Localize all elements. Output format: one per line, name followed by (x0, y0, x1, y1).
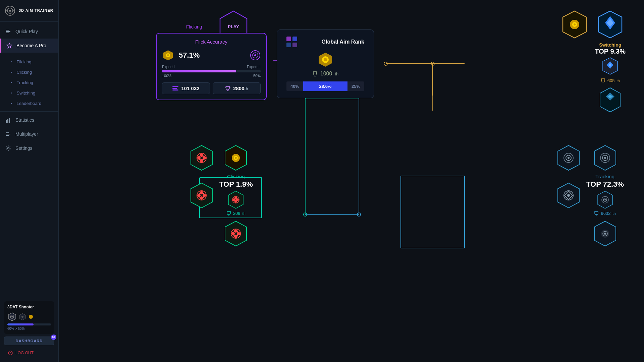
flicking-card: Flick Accuracy 57.1% Expert I Expert II … (156, 33, 267, 100)
flick-stats-row: 57.1% (162, 49, 261, 61)
become-pro-icon (6, 43, 12, 49)
svg-point-128 (604, 233, 606, 235)
clicking-label: Clicking (17, 70, 32, 75)
svg-rect-14 (6, 132, 9, 133)
sidebar-item-statistics[interactable]: Statistics (0, 113, 58, 127)
clicking-hex-br[interactable] (224, 220, 248, 247)
tracking-left-col (556, 144, 581, 209)
svg-rect-9 (6, 33, 9, 33)
switching-rank: 605th (595, 78, 626, 83)
svg-rect-12 (7, 119, 8, 123)
clicking-hex-tr[interactable] (224, 144, 248, 172)
switching-hex-blue[interactable] (597, 9, 624, 40)
trophy-tracking (594, 211, 599, 216)
flick-rank-icon (162, 49, 174, 61)
switching-diamond-icon (602, 57, 619, 75)
tracking-hex-tl[interactable] (556, 144, 581, 172)
settings-icon (5, 145, 11, 151)
become-pro-label: Become A Pro (16, 43, 46, 48)
switching-nodes-top: Switching TOP 9.3% 605th (561, 9, 626, 115)
tracking-label: Tracking (17, 80, 33, 85)
svg-point-41 (304, 213, 307, 216)
logout-label: LOG OUT (15, 351, 34, 355)
svg-point-82 (200, 159, 203, 162)
svg-marker-102 (225, 221, 247, 246)
flick-progress-bar (162, 70, 261, 72)
global-rank-position: 1000th (286, 71, 364, 77)
logo-icon (5, 5, 15, 16)
statistics-icon (5, 117, 11, 123)
clicking-hex-tl[interactable] (190, 144, 214, 172)
sub-nav: Flicking Clicking Tracking Switching Lea… (0, 55, 58, 110)
switching-hex-gold[interactable] (561, 9, 588, 40)
svg-point-120 (604, 157, 606, 159)
svg-marker-10 (7, 43, 12, 48)
sidebar-item-switching[interactable]: Switching (0, 88, 58, 98)
tracking-nodes-grid: Tracking TOP 72.3% 9632th (556, 144, 624, 247)
svg-point-84 (203, 156, 206, 160)
quick-play-icon (5, 28, 11, 35)
logout-icon (8, 351, 13, 355)
sidebar-item-tracking[interactable]: Tracking (0, 77, 58, 88)
flicking-label: Flicking (17, 59, 32, 64)
svg-point-64 (324, 58, 327, 61)
tracking-label-text: Tracking (595, 174, 614, 179)
app-title: 3D AIM TRAINER (19, 8, 53, 13)
clicking-rank: 209th (226, 211, 246, 216)
clicking-hex-small (227, 190, 244, 209)
svg-rect-11 (6, 120, 7, 123)
svg-point-112 (568, 157, 570, 159)
xp-bar (7, 323, 51, 325)
rank-badge-small (19, 313, 26, 320)
tracking-hex-br[interactable] (593, 220, 617, 247)
svg-point-17 (8, 147, 9, 149)
svg-point-88 (200, 191, 203, 194)
svg-rect-60 (172, 88, 177, 89)
svg-point-43 (357, 213, 361, 216)
tracking-section: Tracking TOP 72.3% 9632th (556, 144, 624, 247)
sidebar-item-multiplayer[interactable]: Multiplayer (0, 127, 58, 141)
svg-rect-8 (6, 31, 10, 32)
multiplayer-icon (5, 131, 11, 137)
divider-1 (0, 111, 58, 112)
clicking-top-pct: TOP 1.9% (219, 180, 253, 189)
flick-progress-fill (162, 70, 236, 72)
trophy-switching (601, 78, 605, 83)
switching-hex-lower[interactable] (598, 86, 622, 113)
svg-marker-85 (191, 183, 212, 208)
clicking-section: Clicking TOP 1.9% 209th (190, 144, 253, 247)
svg-text:PLAY: PLAY (228, 24, 239, 29)
flick-accuracy-title: Flick Accuracy (162, 39, 261, 45)
sidebar-item-flicking[interactable]: Flicking (0, 57, 58, 67)
global-rank-badge (317, 51, 334, 68)
svg-point-89 (200, 196, 203, 200)
tracking-hex-tr[interactable] (593, 144, 617, 172)
leaderboard-label: Leaderboard (17, 101, 42, 106)
switching-right-group: Switching TOP 9.3% 605th (595, 9, 626, 115)
dashboard-button[interactable]: DASHBOARD (4, 337, 54, 345)
rank-bar: 40% 28.6% 25% (286, 81, 364, 91)
sidebar-item-leaderboard[interactable]: Leaderboard (0, 98, 58, 109)
rank-labels: Expert I Expert II (162, 65, 261, 69)
svg-point-81 (200, 154, 203, 157)
flick-accuracy-pct: 57.1% (179, 51, 200, 60)
sidebar-item-settings[interactable]: Settings (0, 141, 58, 155)
sidebar-item-clicking[interactable]: Clicking (0, 67, 58, 77)
clicking-left-col (190, 144, 214, 209)
tracking-right-col: Tracking TOP 72.3% 9632th (586, 144, 624, 247)
plays-icon (172, 86, 178, 91)
xp-label: 60% > 50% (7, 327, 51, 330)
logout-button[interactable]: LOG OUT (4, 348, 54, 358)
tracking-hex-bl[interactable] (556, 182, 581, 209)
sidebar-item-become-pro[interactable]: Become A Pro (0, 39, 58, 53)
sidebar-item-quick-play[interactable]: Quick Play (0, 24, 58, 39)
sidebar-bottom: 3DAT Shooter 60% > 50% (0, 297, 58, 362)
rank-badge-dot (28, 314, 34, 319)
svg-point-22 (21, 316, 23, 318)
clicking-hex-bl[interactable] (190, 182, 214, 209)
flick-bottom-stats: 101 032 2800th (162, 82, 261, 94)
rank-pill: 2800th (213, 82, 261, 94)
tracking-top-pct: TOP 72.3% (586, 180, 624, 189)
svg-point-124 (604, 199, 606, 200)
global-rank-title: Global Aim Rank (322, 39, 364, 45)
